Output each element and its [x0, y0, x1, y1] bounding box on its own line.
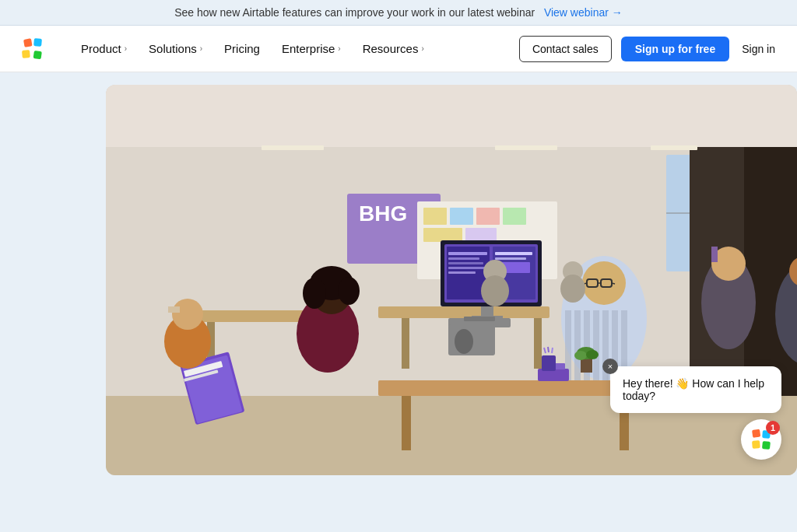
- svg-rect-52: [168, 306, 180, 313]
- svg-rect-0: [23, 38, 33, 47]
- svg-rect-37: [448, 267, 487, 269]
- svg-rect-28: [402, 318, 409, 369]
- nav-pricing-label: Pricing: [224, 42, 260, 55]
- chat-launcher-button[interactable]: 1: [741, 419, 781, 460]
- nav-enterprise[interactable]: Enterprise ›: [272, 36, 350, 61]
- navigation: Product › Solutions › Pricing Enterprise…: [0, 26, 797, 72]
- svg-rect-62: [593, 310, 599, 380]
- svg-rect-96: [262, 145, 324, 150]
- chevron-down-icon: ›: [421, 44, 423, 53]
- svg-rect-18: [423, 208, 447, 225]
- svg-rect-74: [711, 247, 718, 262]
- chat-bubble: × Hey there! 👋 How can I help today?: [610, 366, 781, 413]
- hero-section: BHG MEDIA: [106, 85, 797, 475]
- svg-text:BHG: BHG: [359, 201, 407, 226]
- svg-rect-22: [423, 228, 462, 242]
- svg-point-89: [481, 275, 509, 306]
- svg-point-95: [586, 350, 599, 359]
- svg-point-87: [455, 329, 473, 354]
- svg-rect-40: [495, 257, 526, 260]
- svg-rect-98: [651, 145, 697, 150]
- chevron-down-icon: ›: [338, 44, 340, 53]
- svg-rect-42: [481, 306, 493, 316]
- svg-rect-99: [752, 429, 760, 438]
- svg-point-94: [574, 351, 587, 360]
- chevron-down-icon: ›: [125, 44, 127, 53]
- svg-point-66: [582, 261, 626, 305]
- nav-pricing[interactable]: Pricing: [215, 36, 269, 61]
- logo[interactable]: [19, 35, 47, 63]
- svg-rect-29: [534, 318, 542, 369]
- svg-rect-21: [503, 208, 526, 225]
- nav-solutions[interactable]: Solutions ›: [139, 36, 212, 61]
- svg-rect-102: [762, 441, 771, 450]
- svg-rect-39: [495, 252, 532, 255]
- svg-point-56: [303, 278, 326, 309]
- nav-links: Product › Solutions › Pricing Enterprise…: [72, 36, 519, 61]
- svg-rect-78: [402, 396, 411, 450]
- nav-product-label: Product: [81, 42, 121, 55]
- svg-point-51: [172, 299, 203, 330]
- chat-widget: × Hey there! 👋 How can I help today? 1: [610, 366, 781, 460]
- svg-point-57: [338, 277, 360, 305]
- svg-rect-1: [33, 38, 42, 47]
- svg-line-71: [612, 283, 615, 284]
- signin-link[interactable]: Sign in: [739, 37, 778, 61]
- nav-enterprise-label: Enterprise: [282, 42, 335, 55]
- signup-button[interactable]: Sign up for free: [621, 37, 729, 61]
- announcement-bar: See how new Airtable features can improv…: [0, 0, 797, 26]
- svg-rect-38: [448, 271, 476, 274]
- chat-close-button[interactable]: ×: [602, 359, 618, 374]
- contact-sales-button[interactable]: Contact sales: [519, 36, 612, 62]
- chevron-down-icon: ›: [200, 44, 202, 53]
- svg-rect-12: [744, 147, 797, 396]
- svg-rect-2: [22, 50, 30, 58]
- svg-rect-36: [448, 262, 483, 264]
- svg-rect-34: [448, 252, 487, 255]
- svg-rect-19: [450, 208, 473, 225]
- nav-actions: Contact sales Sign up for free Sign in: [519, 36, 778, 62]
- svg-rect-77: [378, 380, 643, 396]
- announcement-link[interactable]: View webinar →: [544, 6, 623, 19]
- svg-point-91: [560, 275, 585, 303]
- nav-solutions-label: Solutions: [149, 42, 197, 55]
- svg-rect-101: [752, 440, 760, 449]
- svg-rect-5: [106, 85, 797, 147]
- svg-rect-35: [448, 257, 479, 260]
- svg-line-84: [548, 347, 549, 352]
- nav-resources-label: Resources: [363, 42, 419, 55]
- svg-rect-97: [495, 145, 557, 150]
- svg-rect-60: [574, 310, 581, 380]
- nav-product[interactable]: Product ›: [72, 36, 136, 61]
- svg-rect-23: [465, 228, 497, 242]
- chat-message: Hey there! 👋 How can I help today?: [623, 377, 764, 402]
- nav-resources[interactable]: Resources ›: [353, 36, 434, 61]
- svg-rect-3: [33, 51, 42, 59]
- svg-rect-45: [464, 317, 495, 321]
- svg-rect-20: [476, 208, 500, 225]
- chat-notification-badge: 1: [766, 421, 780, 435]
- svg-rect-82: [542, 355, 556, 371]
- announcement-text: See how new Airtable features can improv…: [174, 6, 535, 19]
- svg-rect-27: [378, 306, 549, 318]
- svg-line-85: [552, 348, 553, 353]
